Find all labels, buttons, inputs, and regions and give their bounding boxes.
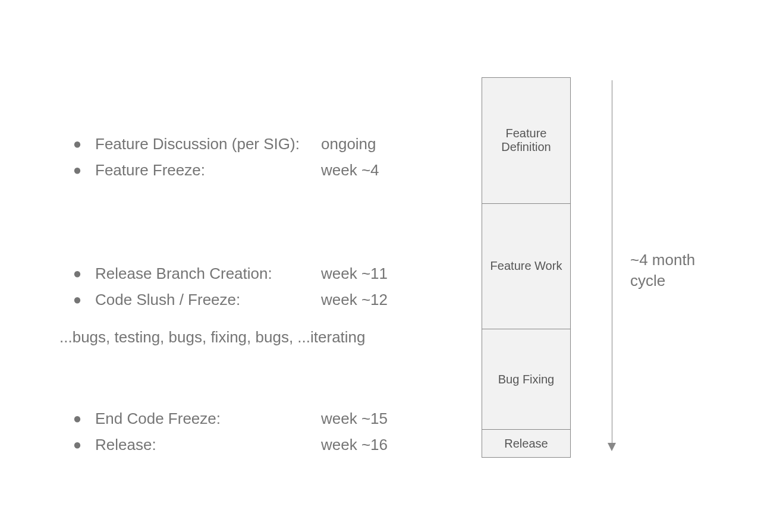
phase-cell: Feature Work <box>482 203 570 329</box>
milestone-label: Release Branch Creation: <box>95 265 321 283</box>
milestone-row: ● Release: week ~16 <box>59 432 440 458</box>
bullet-icon: ● <box>59 411 95 426</box>
phase-cell: Feature Definition <box>482 78 570 203</box>
milestone-note-row: ...bugs, testing, bugs, fixing, bugs, ..… <box>59 313 440 339</box>
milestone-row: ● End Code Freeze: week ~15 <box>59 405 440 432</box>
chevron-down-icon <box>608 443 616 451</box>
bullet-icon: ● <box>59 437 95 452</box>
milestone-value: week ~16 <box>321 436 440 454</box>
milestone-block: ● Release Branch Creation: week ~11 ● Co… <box>59 260 440 339</box>
milestone-block: ● Feature Discussion (per SIG): ongoing … <box>59 131 440 183</box>
milestone-row: ● Feature Freeze: week ~4 <box>59 157 440 183</box>
milestone-value: week ~4 <box>321 161 440 180</box>
bullet-icon: ● <box>59 163 95 177</box>
bullet-icon: ● <box>59 292 95 307</box>
milestone-value: week ~11 <box>321 265 440 283</box>
milestone-value: week ~15 <box>321 410 440 428</box>
milestone-label: Release: <box>95 436 321 454</box>
cycle-label: ~4 month cycle <box>630 250 702 291</box>
slide-stage: ● Feature Discussion (per SIG): ongoing … <box>0 0 761 532</box>
milestone-row: ● Code Slush / Freeze: week ~12 <box>59 287 440 313</box>
milestone-value: ongoing <box>321 135 440 153</box>
phase-cell: Release <box>482 429 570 457</box>
bullet-icon: ● <box>59 266 95 281</box>
milestone-row: ● Release Branch Creation: week ~11 <box>59 260 440 287</box>
bullet-icon: ● <box>59 137 95 151</box>
phase-cell: Bug Fixing <box>482 329 570 429</box>
milestone-label: End Code Freeze: <box>95 410 321 428</box>
milestone-value: week ~12 <box>321 291 440 309</box>
milestone-block: ● End Code Freeze: week ~15 ● Release: w… <box>59 405 440 458</box>
arrow-line <box>612 80 612 443</box>
timeline-arrow <box>606 80 618 452</box>
milestone-row: ● Feature Discussion (per SIG): ongoing <box>59 131 440 157</box>
milestone-label: Code Slush / Freeze: <box>95 291 321 309</box>
milestone-label: Feature Freeze: <box>95 161 321 180</box>
milestone-label: Feature Discussion (per SIG): <box>95 135 321 153</box>
phase-column: Feature Definition Feature Work Bug Fixi… <box>482 77 571 458</box>
milestone-note: ...bugs, testing, bugs, fixing, bugs, ..… <box>59 328 440 347</box>
